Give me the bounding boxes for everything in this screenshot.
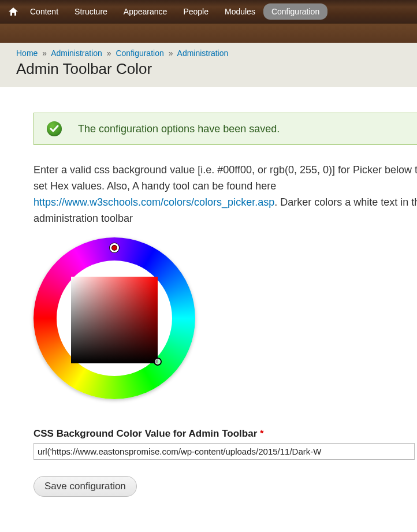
- help-text: Enter a valid css background value [i.e.…: [33, 162, 417, 227]
- sv-handle[interactable]: [154, 358, 162, 366]
- toolbar-shadow: [0, 23, 417, 43]
- save-button[interactable]: Save configuration: [33, 476, 137, 497]
- saturation-square[interactable]: [71, 277, 158, 363]
- page-title: Admin Toolbar Color: [16, 60, 401, 78]
- help-link[interactable]: https://www.w3schools.com/colors/colors_…: [33, 196, 274, 208]
- breadcrumb: Home » Administration » Configuration » …: [16, 49, 401, 58]
- toolbar-item-appearance[interactable]: Appearance: [116, 3, 176, 20]
- bg-value-input[interactable]: [33, 443, 415, 460]
- breadcrumb-sep: »: [105, 49, 114, 58]
- breadcrumb-sep: »: [166, 49, 176, 58]
- toolbar-item-people[interactable]: People: [175, 3, 217, 20]
- required-marker: *: [260, 428, 264, 439]
- toolbar-item-structure[interactable]: Structure: [66, 3, 116, 20]
- help-text-part: Enter a valid css background value [i.e.…: [33, 164, 417, 192]
- field-label-text: CSS Background Color Value for Admin Too…: [33, 428, 257, 439]
- toolbar-item-content[interactable]: Content: [22, 3, 66, 20]
- breadcrumb-link[interactable]: Administration: [177, 49, 229, 58]
- content-region: The configuration options have been save…: [0, 87, 417, 508]
- hue-handle[interactable]: [110, 243, 119, 252]
- status-message: The configuration options have been save…: [33, 113, 417, 145]
- toolbar-item-configuration[interactable]: Configuration: [263, 3, 327, 20]
- page-header: Home » Administration » Configuration » …: [0, 43, 417, 87]
- status-message-text: The configuration options have been save…: [78, 123, 280, 135]
- admin-toolbar: Content Structure Appearance People Modu…: [0, 0, 417, 23]
- check-icon: [47, 121, 62, 136]
- home-icon[interactable]: [5, 4, 22, 19]
- breadcrumb-link[interactable]: Configuration: [116, 49, 163, 58]
- field-label: CSS Background Color Value for Admin Too…: [33, 428, 417, 440]
- breadcrumb-link[interactable]: Administration: [51, 49, 102, 58]
- form-item-bg-value: CSS Background Color Value for Admin Too…: [33, 428, 417, 460]
- toolbar-item-modules[interactable]: Modules: [217, 3, 263, 20]
- breadcrumb-sep: »: [40, 49, 49, 58]
- breadcrumb-link[interactable]: Home: [16, 49, 38, 58]
- color-picker[interactable]: [33, 237, 195, 399]
